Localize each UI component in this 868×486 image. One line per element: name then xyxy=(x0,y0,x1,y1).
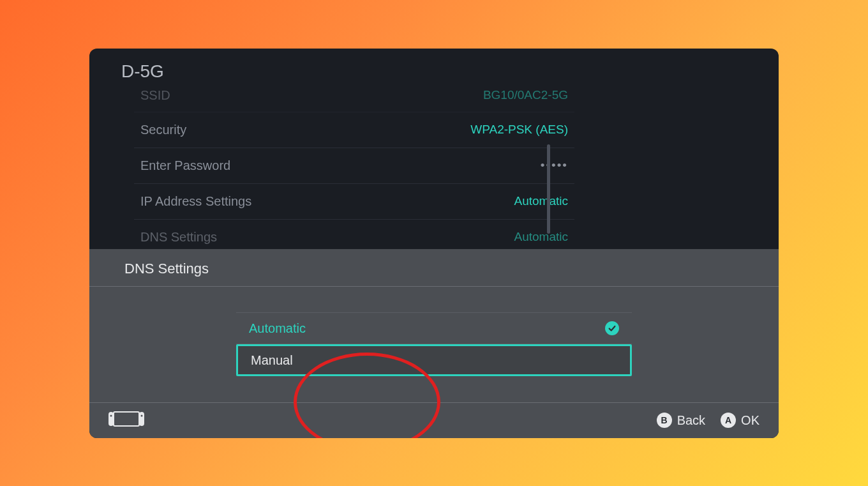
setting-value: ••••• xyxy=(541,158,568,172)
svg-rect-1 xyxy=(108,412,114,426)
setting-row-security[interactable]: Security WPA2-PSK (AES) xyxy=(134,112,574,148)
svg-rect-0 xyxy=(114,412,139,426)
a-button-icon: A xyxy=(721,413,736,428)
setting-value: BG10/0AC2-5G xyxy=(483,88,568,102)
back-button[interactable]: B Back xyxy=(657,413,705,428)
background-settings: D-5G SSID BG10/0AC2-5G Security WPA2-PSK… xyxy=(89,49,779,255)
setting-value: WPA2-PSK (AES) xyxy=(470,123,568,137)
checkmark-icon xyxy=(605,321,619,335)
setting-row-ssid[interactable]: SSID BG10/0AC2-5G xyxy=(134,88,574,112)
network-name-title: D-5G xyxy=(121,61,747,82)
footer-buttons: B Back A OK xyxy=(657,413,760,428)
header: D-5G xyxy=(89,49,779,88)
setting-row-ip[interactable]: IP Address Settings Automatic xyxy=(134,184,574,220)
setting-label: IP Address Settings xyxy=(140,194,251,209)
setting-label: Enter Password xyxy=(140,158,230,173)
svg-point-4 xyxy=(141,415,143,417)
option-label: Automatic xyxy=(249,321,306,336)
ok-label: OK xyxy=(741,413,760,428)
controller-icon xyxy=(108,411,144,430)
settings-list: SSID BG10/0AC2-5G Security WPA2-PSK (AES… xyxy=(89,88,574,255)
b-button-icon: B xyxy=(657,413,672,428)
setting-value: Automatic xyxy=(514,230,568,244)
option-automatic[interactable]: Automatic xyxy=(236,312,632,344)
settings-screen: D-5G SSID BG10/0AC2-5G Security WPA2-PSK… xyxy=(89,49,779,438)
scrollbar-thumb[interactable] xyxy=(547,144,550,234)
svg-rect-2 xyxy=(139,412,144,426)
modal-header: DNS Settings xyxy=(89,249,779,287)
footer: B Back A OK xyxy=(89,402,779,438)
setting-label: SSID xyxy=(140,88,170,103)
modal-options: Automatic Manual xyxy=(89,287,779,402)
setting-value: Automatic xyxy=(514,194,568,208)
option-label: Manual xyxy=(251,353,293,368)
ok-button[interactable]: A OK xyxy=(721,413,760,428)
back-label: Back xyxy=(677,413,705,428)
svg-point-3 xyxy=(110,415,112,417)
dns-settings-modal: DNS Settings Automatic Manual xyxy=(89,249,779,438)
modal-title: DNS Settings xyxy=(124,261,744,277)
setting-row-password[interactable]: Enter Password ••••• xyxy=(134,148,574,184)
setting-label: DNS Settings xyxy=(140,230,217,245)
setting-label: Security xyxy=(140,123,186,137)
option-manual[interactable]: Manual xyxy=(236,344,632,376)
